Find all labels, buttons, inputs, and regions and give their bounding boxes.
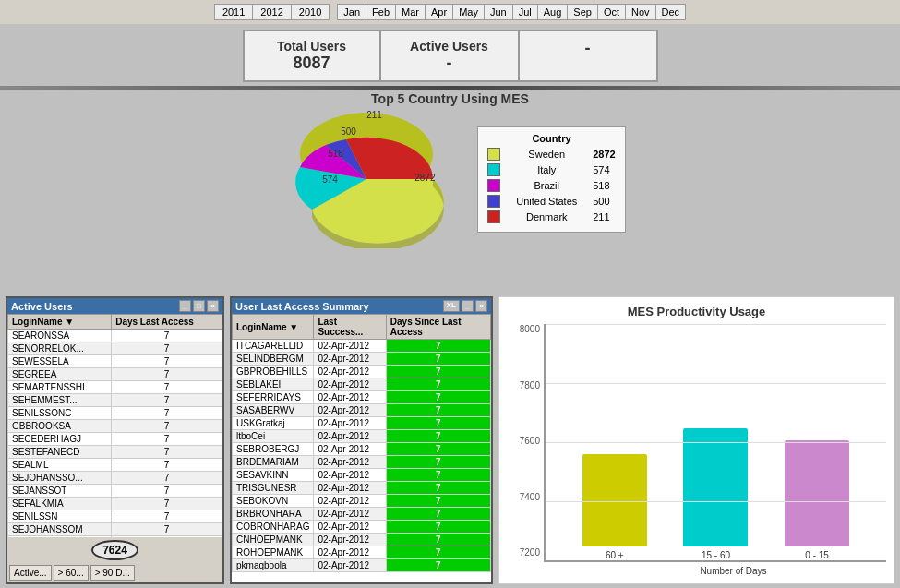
au-days: 7: [112, 342, 222, 355]
au-table-row: SENILSSONC7: [8, 407, 222, 420]
la-days: 7: [386, 534, 490, 546]
la-table-row: ITCAGARELLID02-Apr-20127: [233, 340, 491, 353]
au-days: 7: [112, 394, 222, 407]
au-days: 7: [112, 510, 222, 523]
la-panel-close[interactable]: ×: [475, 300, 487, 312]
footer-60-btn[interactable]: > 60...: [54, 565, 89, 581]
la-login: COBRONHARAG: [233, 521, 314, 534]
bar-0-15-rect: [785, 440, 849, 546]
la-login: SEFERRIDAYS: [233, 391, 314, 404]
month-sep[interactable]: Sep: [568, 5, 598, 19]
la-login: GBPROBEHILLS: [233, 366, 314, 378]
au-table-row: SEALML7: [8, 459, 222, 472]
month-jan[interactable]: Jan: [338, 5, 366, 19]
month-jul[interactable]: Jul: [513, 5, 538, 19]
au-days: 7: [112, 330, 222, 342]
la-login: BRDEMARIAM: [233, 456, 314, 469]
panel-icon-close[interactable]: ×: [207, 300, 219, 312]
third-box: -: [520, 30, 658, 82]
la-days: 7: [386, 521, 490, 534]
au-login: SEJOHANSSO...: [8, 472, 112, 485]
year-2012[interactable]: 2012: [253, 5, 291, 19]
active-users-table: LoginName ▼ Days Last Access SEARONSSA7S…: [7, 314, 222, 537]
bar-0-15-label: 0 - 15: [805, 550, 829, 560]
year-2011[interactable]: 2011: [215, 5, 253, 19]
la-login: SEBOKOVN: [233, 495, 314, 508]
bar-60plus-label: 60 +: [606, 550, 624, 560]
la-date: 02-Apr-2012: [314, 430, 386, 443]
month-mar[interactable]: Mar: [396, 5, 426, 19]
la-date: 02-Apr-2012: [314, 366, 386, 378]
label-us: 500: [341, 126, 356, 137]
legend-name-denmark: Denmark: [505, 211, 588, 222]
panel-icon-min[interactable]: _: [179, 300, 191, 312]
la-login: pkmaqboola: [233, 559, 314, 572]
month-dec[interactable]: Dec: [656, 5, 686, 19]
au-login: SECEDERHAGJ: [8, 433, 112, 446]
la-date: 02-Apr-2012: [314, 378, 386, 391]
la-table-row: ltboCei02-Apr-20127: [233, 430, 491, 443]
bottom-section: Active Users _ □ × LoginName ▼ Days Last…: [0, 293, 900, 588]
au-login: SEALML: [8, 459, 112, 472]
legend-val-sweden: 2872: [593, 149, 615, 160]
legend-item-sweden: Sweden 2872: [487, 148, 615, 161]
grid-line-2: [546, 383, 886, 384]
active-users-label: Active Users: [409, 39, 490, 54]
bars-visual: 60 + 15 - 60 0 - 15: [544, 324, 886, 562]
la-panel-min[interactable]: _: [462, 300, 474, 312]
la-days: 7: [386, 340, 490, 353]
bars-container: 60 + 15 - 60 0 - 15 Number of Days: [544, 324, 886, 576]
la-days: 7: [386, 417, 490, 430]
la-table-row: SELINDBERGM02-Apr-20127: [233, 353, 491, 366]
top-bar: 2011 2012 2010 Jan Feb Mar Apr May Jun J…: [0, 0, 900, 24]
y-label-7800: 7800: [507, 380, 540, 390]
legend-item-italy: Italy 574: [487, 163, 615, 176]
legend-name-sweden: Sweden: [505, 149, 588, 160]
main-container: 2011 2012 2010 Jan Feb Mar Apr May Jun J…: [0, 0, 900, 588]
month-nov[interactable]: Nov: [626, 5, 656, 19]
legend-color-us: [487, 195, 500, 208]
bar-0-15: 0 - 15: [785, 440, 849, 560]
au-table-row: SENILSSN7: [8, 510, 222, 523]
month-apr[interactable]: Apr: [426, 5, 453, 19]
label-brazil: 518: [328, 149, 343, 159]
au-table-row: SEJOHANSSOM7: [8, 523, 222, 536]
la-panel-xl[interactable]: XL: [443, 300, 460, 312]
x-axis-label: Number of Days: [544, 566, 886, 576]
month-jun[interactable]: Jun: [485, 5, 513, 19]
au-login: SEHEMMEST...: [8, 394, 112, 407]
au-login: SESTEFANECD: [8, 446, 112, 459]
footer-active-btn[interactable]: Active...: [9, 565, 52, 581]
footer-90-btn[interactable]: > 90 D...: [90, 565, 135, 581]
year-2010[interactable]: 2010: [292, 5, 329, 19]
bar-60plus: 60 +: [582, 454, 647, 560]
month-aug[interactable]: Aug: [538, 5, 569, 19]
au-table-row: SEGREEA7: [8, 368, 222, 381]
bar-chart-title: MES Productivity Usage: [507, 305, 886, 318]
bar-chart-section: MES Productivity Usage 8000 7800 7600 74…: [498, 296, 894, 584]
grid-line-1: [546, 324, 886, 325]
legend-title: Country: [487, 133, 615, 144]
la-login: CNHOEPMANK: [233, 534, 314, 546]
month-oct[interactable]: Oct: [598, 5, 626, 19]
total-users-label: Total Users: [272, 39, 352, 54]
legend-name-us: United States: [505, 196, 588, 207]
au-days: 7: [112, 446, 222, 459]
au-days: 7: [112, 523, 222, 536]
last-access-titlebar: User Last Access Summary XL _ ×: [232, 298, 491, 314]
label-italy: 574: [322, 174, 338, 185]
la-table-row: USKGratkaj02-Apr-20127: [233, 417, 491, 430]
legend-name-brazil: Brazil: [505, 180, 588, 191]
au-col-days: Days Last Access: [112, 315, 222, 330]
month-may[interactable]: May: [453, 5, 485, 19]
panel-footer: Active... > 60... > 90 D...: [7, 563, 222, 582]
la-days: 7: [386, 378, 490, 391]
au-days: 7: [112, 381, 222, 394]
la-col-login: LoginName ▼: [233, 315, 314, 340]
active-users-panel: Active Users _ □ × LoginName ▼ Days Last…: [6, 296, 224, 584]
year-group: 2011 2012 2010: [214, 4, 330, 20]
legend-item-us: United States 500: [487, 195, 615, 208]
panel-icon-max[interactable]: □: [193, 300, 205, 312]
month-feb[interactable]: Feb: [366, 5, 396, 19]
la-days: 7: [386, 495, 490, 508]
